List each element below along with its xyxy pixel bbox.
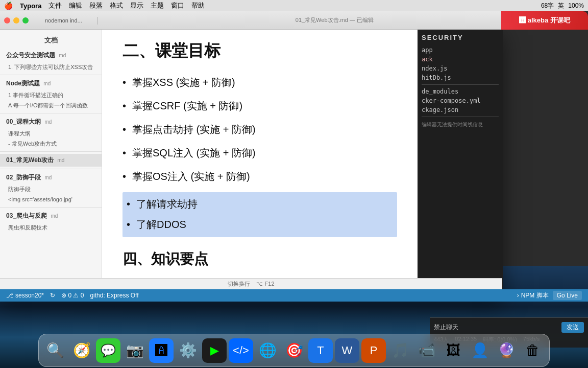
dock-icon-word[interactable]: W bbox=[335, 338, 359, 363]
dock-icon-safari[interactable]: 🧭 bbox=[69, 338, 94, 363]
dock-icon-chrome[interactable]: 🌐 bbox=[255, 338, 280, 363]
sidebar-header-4[interactable]: 02_防御手段 md bbox=[0, 171, 102, 184]
tab-nodemon[interactable]: nodemon ind... bbox=[41, 16, 86, 25]
sidebar-divider-1 bbox=[0, 75, 102, 75]
bullet-dot-2: • bbox=[122, 122, 126, 137]
sidebar-header-3[interactable]: 01_常见Web攻击 md bbox=[0, 154, 102, 167]
session-indicator: ⎇ sesson20* bbox=[6, 292, 44, 299]
main-content[interactable]: 二、课堂目标 • 掌握XSS (实施 + 防御) • 掌握CSRF (实施 + … bbox=[102, 30, 418, 301]
sidebar-header-0[interactable]: 公众号安全测试题 md bbox=[0, 49, 102, 62]
sidebar-header-5[interactable]: 03_爬虫与反爬 md bbox=[0, 210, 102, 222]
apple-logo-icon[interactable]: 🍎 bbox=[4, 2, 13, 10]
menubar-file[interactable]: 文件 bbox=[48, 1, 62, 10]
highlighted-block: • 了解请求劫持 • 了解DDOS bbox=[122, 192, 397, 237]
bullet-item-4: • 掌握OS注入 (实施 + 防御) bbox=[122, 169, 397, 184]
menubar-window[interactable]: 窗口 bbox=[171, 1, 184, 10]
right-panel-divider-2 bbox=[422, 117, 499, 117]
menubar-time: 100% bbox=[568, 2, 584, 9]
right-panel-hitdbjs: hitDb.js bbox=[422, 73, 499, 82]
dock-icon-photos2[interactable]: 🖼 bbox=[441, 338, 465, 363]
sidebar-section-2[interactable]: 00_课程大纲 md 课程大纲 - 常见Web攻击方式 bbox=[0, 116, 102, 149]
go-live-button[interactable]: Go Live bbox=[553, 291, 582, 300]
right-panel-nodemodules: de_modules bbox=[422, 87, 499, 96]
sidebar-header-1[interactable]: Node测试题 md bbox=[0, 77, 102, 90]
sidebar-section-1[interactable]: Node测试题 md 1 事件循环描述正确的 A 每一个I/O都需要一个回调函数 bbox=[0, 77, 102, 111]
npm-script-label[interactable]: › NPM 脚本 bbox=[517, 291, 549, 300]
minimize-button[interactable] bbox=[13, 17, 19, 24]
dock-icon-typora[interactable]: T bbox=[308, 338, 333, 363]
menubar-paragraph[interactable]: 段落 bbox=[89, 1, 103, 10]
dock-icon-contacts[interactable]: 👤 bbox=[468, 338, 492, 363]
switch-bar-label: 切换换行 bbox=[228, 280, 250, 288]
sidebar-sub-2-0: 课程大纲 bbox=[0, 128, 102, 139]
menubar-char-count: 68字 bbox=[541, 2, 554, 10]
bullet-item-6: • 了解DDOS bbox=[127, 217, 393, 232]
sidebar-header-2[interactable]: 00_课程大纲 md bbox=[0, 116, 102, 128]
branch-icon: ⎇ bbox=[6, 292, 13, 299]
right-panel: SECURITY app ack ndex.js hitDb.js de_mod… bbox=[418, 30, 503, 301]
menubar-theme[interactable]: 主题 bbox=[151, 1, 164, 10]
maximize-button[interactable] bbox=[22, 17, 29, 24]
right-panel-packagejson: ckage.json bbox=[422, 105, 499, 114]
sidebar-section-5[interactable]: 03_爬虫与反爬 md 爬虫和反爬技术 bbox=[0, 210, 102, 233]
right-panel-ack: ack bbox=[422, 55, 499, 64]
npm-script-text: NPM 脚本 bbox=[521, 291, 549, 300]
dock-icon-misc1[interactable]: 🎯 bbox=[282, 338, 306, 363]
dock-icon-ppt[interactable]: P bbox=[361, 338, 386, 363]
session-name: sesson20* bbox=[15, 292, 44, 299]
switch-bar: 切换换行 ⌥ F12 bbox=[0, 278, 502, 289]
bullet-text-5: 了解请求劫持 bbox=[136, 196, 198, 212]
status-left: ⎇ sesson20* ↻ ⊗ 0 ⚠ 0 githd: Express Off bbox=[6, 292, 139, 299]
bullet-item-2: • 掌握点击劫持 (实施 + 防御) bbox=[122, 122, 397, 137]
sidebar-divider-4 bbox=[0, 169, 102, 169]
menubar: 🍎 Typora 文件 编辑 段落 格式 显示 主题 窗口 帮助 68字 英 1… bbox=[0, 0, 588, 11]
sidebar-sub-1-0: 1 事件循环描述正确的 bbox=[0, 90, 102, 101]
sidebar-divider-3 bbox=[0, 151, 102, 152]
chat-title: 禁止聊天 bbox=[434, 323, 458, 332]
menubar-format[interactable]: 格式 bbox=[110, 1, 123, 10]
menubar-right: 68字 英 100% bbox=[541, 2, 584, 10]
menubar-edit[interactable]: 编辑 bbox=[69, 1, 82, 10]
right-panel-title: SECURITY bbox=[422, 34, 499, 41]
bullet-text-2: 掌握点击劫持 (实施 + 防御) bbox=[132, 122, 256, 137]
dock-icon-vscode[interactable]: </> bbox=[229, 338, 253, 363]
menubar-view[interactable]: 显示 bbox=[130, 1, 143, 10]
bullet-dot-5: • bbox=[127, 196, 130, 212]
dock-icon-trash[interactable]: 🗑 bbox=[521, 338, 545, 363]
right-panel-dockercompose: cker-compose.yml bbox=[422, 96, 499, 105]
close-button[interactable] bbox=[4, 17, 10, 24]
menubar-help[interactable]: 帮助 bbox=[191, 1, 205, 10]
sidebar-section-3[interactable]: 01_常见Web攻击 md bbox=[0, 154, 102, 167]
chat-send-button[interactable]: 发送 bbox=[561, 322, 584, 333]
sidebar-sub-2-1: - 常见Web攻击方式 bbox=[0, 139, 102, 149]
sidebar-sub-1-1: A 每一个I/O都需要一个回调函数 bbox=[0, 100, 102, 111]
right-panel-divider-1 bbox=[422, 84, 499, 85]
sync-icon: ↻ bbox=[50, 292, 55, 299]
error-count: ⊗ 0 ⚠ 0 bbox=[61, 292, 84, 299]
dock-icon-settings[interactable]: ⚙️ bbox=[176, 338, 200, 363]
sidebar-title: 文档 bbox=[0, 34, 102, 49]
dock-icon-photos[interactable]: 📷 bbox=[122, 338, 147, 363]
sidebar-section-4[interactable]: 02_防御手段 md 防御手段 <img src='assets/logo.jp… bbox=[0, 171, 102, 205]
tab-security[interactable] bbox=[109, 19, 117, 21]
bullet-item-1: • 掌握CSRF (实施 + 防御) bbox=[122, 98, 397, 113]
dock-icon-music[interactable]: 🎵 bbox=[388, 338, 412, 363]
sidebar-divider-5 bbox=[0, 207, 102, 208]
dock-icon-appstore[interactable]: 🅰 bbox=[149, 338, 174, 363]
dock-icon-facetime[interactable]: 📹 bbox=[414, 338, 439, 363]
dock-icon-finder[interactable]: 🔍 bbox=[43, 338, 67, 363]
window-body: 文档 公众号安全测试题 md 1. 下列哪些方法可以防止XSS攻击 Node测试… bbox=[0, 30, 503, 301]
sidebar-section-0[interactable]: 公众号安全测试题 md 1. 下列哪些方法可以防止XSS攻击 bbox=[0, 49, 102, 73]
dock-icon-misc2[interactable]: 🔮 bbox=[494, 338, 519, 363]
dock: 🔍 🧭 💬 📷 🅰 ⚙️ ▶ </> 🌐 🎯 T W P 🎵 📹 🖼 👤 🔮 🗑 bbox=[38, 334, 550, 367]
sidebar-sub-0-0: 1. 下列哪些方法可以防止XSS攻击 bbox=[0, 62, 102, 73]
tab-active-file[interactable]: 01_常见Web攻击.md — 已编辑 bbox=[296, 16, 374, 24]
dock-icon-messages[interactable]: 💬 bbox=[96, 338, 120, 363]
menubar-app-name[interactable]: Typora bbox=[20, 2, 41, 10]
bullet-text-1: 掌握CSRF (实施 + 防御) bbox=[132, 98, 242, 113]
bullet-text-4: 掌握OS注入 (实施 + 防御) bbox=[132, 169, 250, 184]
sidebar-sub-5-0: 爬虫和反爬技术 bbox=[0, 222, 102, 233]
right-panel-info: 编辑器无法提供时间线信息 bbox=[422, 119, 499, 130]
dock-icon-terminal[interactable]: ▶ bbox=[202, 338, 227, 363]
sidebar-sub-4-1: <img src='assets/logo.jpg' bbox=[0, 194, 102, 205]
